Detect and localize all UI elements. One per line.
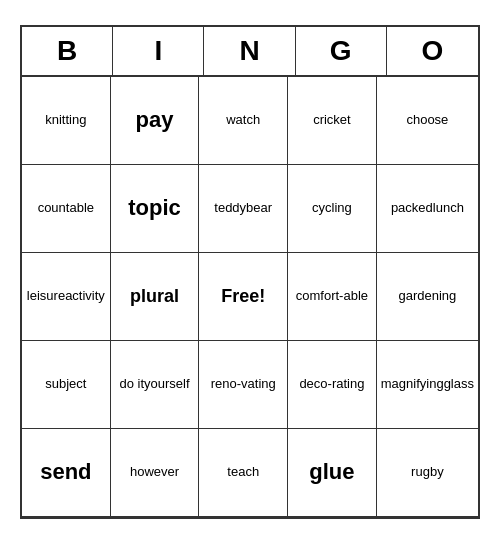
bingo-cell: cycling <box>288 165 377 253</box>
bingo-cell: plural <box>111 253 200 341</box>
bingo-cell: send <box>22 429 111 517</box>
bingo-cell: cricket <box>288 77 377 165</box>
bingo-cell: reno-vating <box>199 341 288 429</box>
bingo-cell: pay <box>111 77 200 165</box>
header-letter: N <box>204 27 295 75</box>
bingo-cell: knitting <box>22 77 111 165</box>
bingo-cell: subject <box>22 341 111 429</box>
bingo-cell: magnifyingglass <box>377 341 478 429</box>
header-letter: B <box>22 27 113 75</box>
bingo-cell: choose <box>377 77 478 165</box>
header-letter: O <box>387 27 478 75</box>
bingo-cell: do ityourself <box>111 341 200 429</box>
bingo-cell: glue <box>288 429 377 517</box>
bingo-cell: countable <box>22 165 111 253</box>
bingo-header: BINGO <box>22 27 478 77</box>
bingo-grid: knittingpaywatchcricketchoosecountableto… <box>22 77 478 517</box>
bingo-cell: comfort-able <box>288 253 377 341</box>
bingo-card: BINGO knittingpaywatchcricketchoosecount… <box>20 25 480 519</box>
bingo-cell: deco-rating <box>288 341 377 429</box>
bingo-cell: gardening <box>377 253 478 341</box>
header-letter: G <box>296 27 387 75</box>
bingo-cell: rugby <box>377 429 478 517</box>
bingo-cell: however <box>111 429 200 517</box>
bingo-cell: watch <box>199 77 288 165</box>
header-letter: I <box>113 27 204 75</box>
bingo-cell: teach <box>199 429 288 517</box>
bingo-cell: Free! <box>199 253 288 341</box>
bingo-cell: leisureactivity <box>22 253 111 341</box>
bingo-cell: teddybear <box>199 165 288 253</box>
bingo-cell: packedlunch <box>377 165 478 253</box>
bingo-cell: topic <box>111 165 200 253</box>
